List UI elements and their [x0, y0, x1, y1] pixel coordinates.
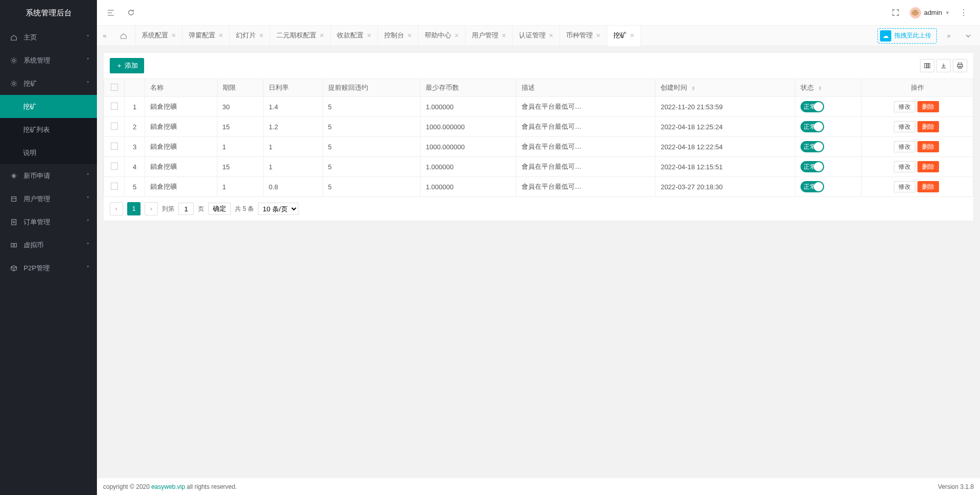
add-button[interactable]: ＋ 添加: [110, 58, 144, 73]
tab[interactable]: 系统配置✕: [135, 26, 183, 46]
th-status[interactable]: 状态 ▲▼: [795, 79, 862, 97]
close-icon[interactable]: ✕: [630, 32, 634, 39]
table-row: 2鎖倉挖礦151.251000.000000會員在平台最低可鎖…2022-04-…: [104, 117, 973, 137]
row-checkbox[interactable]: [111, 123, 118, 130]
tab-label: 控制台: [384, 31, 404, 40]
upload-dropzone[interactable]: ☁ 拖拽至此上传: [877, 28, 937, 44]
sort-icon[interactable]: ▲▼: [818, 86, 822, 91]
tab[interactable]: 用户管理✕: [466, 26, 513, 46]
cell-status: 正常: [795, 117, 862, 137]
cell-rate: 1.2: [264, 117, 323, 137]
status-toggle[interactable]: 正常: [801, 101, 824, 112]
page-size-select[interactable]: 10 条/页: [258, 203, 298, 215]
tab[interactable]: 币种管理✕: [560, 26, 607, 46]
page-next-icon[interactable]: ›: [145, 202, 158, 215]
close-icon[interactable]: ✕: [502, 32, 506, 39]
svg-rect-3: [12, 219, 16, 225]
sidebar-sub-item[interactable]: 挖矿: [0, 95, 97, 118]
tabs-dropdown-icon[interactable]: [961, 33, 976, 39]
sidebar-sub-item[interactable]: 挖矿列表: [0, 118, 97, 141]
home-icon: [10, 34, 18, 41]
tab[interactable]: 认证管理✕: [513, 26, 560, 46]
cell-desc: 會員在平台最低可鎖…: [516, 177, 655, 197]
status-toggle[interactable]: 正常: [801, 181, 824, 192]
th-rate[interactable]: 日利率: [264, 79, 323, 97]
delete-button[interactable]: 删除: [917, 161, 939, 172]
goto-page-input[interactable]: [178, 203, 194, 215]
tab-home[interactable]: [112, 26, 135, 46]
sidebar-item[interactable]: 用户管理˅: [0, 187, 97, 210]
delete-button[interactable]: 删除: [917, 181, 939, 192]
sidebar-sub-item[interactable]: 说明: [0, 141, 97, 164]
user-menu[interactable]: 🐵 admin ▼: [910, 7, 950, 18]
tab-label: 幻灯片: [236, 31, 256, 40]
row-checkbox[interactable]: [111, 163, 118, 170]
goto-confirm-button[interactable]: 确定: [208, 203, 231, 215]
close-icon[interactable]: ✕: [259, 32, 264, 39]
row-checkbox[interactable]: [111, 143, 118, 150]
th-min[interactable]: 最少存币数: [421, 79, 516, 97]
fullscreen-icon[interactable]: [890, 7, 902, 19]
tab[interactable]: 帮助中心✕: [418, 26, 466, 46]
close-icon[interactable]: ✕: [367, 32, 371, 39]
tabs-scroll-left-icon[interactable]: «: [97, 26, 112, 46]
tab-label: 币种管理: [566, 31, 593, 40]
print-icon[interactable]: [953, 59, 967, 72]
sidebar-item[interactable]: 订单管理˅: [0, 210, 97, 233]
close-icon[interactable]: ✕: [319, 32, 324, 39]
sidebar-item[interactable]: 虚拟币˅: [0, 233, 97, 256]
sidebar-item[interactable]: 主页˅: [0, 26, 97, 49]
chevron-down-icon: ˅: [87, 34, 89, 40]
sidebar-item[interactable]: 新币申请˅: [0, 164, 97, 187]
sort-icon[interactable]: ▲▼: [691, 86, 695, 91]
edit-button[interactable]: 修改: [894, 121, 915, 132]
close-icon[interactable]: ✕: [596, 32, 601, 39]
tab[interactable]: 挖矿✕: [607, 26, 641, 46]
cell-name: 鎖倉挖礦: [145, 117, 217, 137]
more-icon[interactable]: ⋮: [957, 7, 970, 19]
edit-button[interactable]: 修改: [894, 141, 915, 152]
footer-link[interactable]: easyweb.vip: [151, 483, 185, 490]
tab[interactable]: 弹窗配置✕: [183, 26, 230, 46]
columns-icon[interactable]: [920, 59, 934, 72]
cell-name: 鎖倉挖礦: [145, 137, 217, 157]
export-icon[interactable]: [936, 59, 951, 72]
refresh-icon[interactable]: [125, 7, 137, 19]
close-icon[interactable]: ✕: [171, 32, 176, 39]
delete-button[interactable]: 删除: [917, 121, 939, 132]
status-toggle[interactable]: 正常: [801, 141, 824, 152]
checkbox-all[interactable]: [111, 84, 118, 91]
th-name[interactable]: 名称: [145, 79, 217, 97]
status-toggle[interactable]: 正常: [801, 161, 824, 172]
main-area: 🐵 admin ▼ ⋮ « 系统配置✕弹窗配置✕幻灯片✕二元期权配置✕收款配置✕…: [97, 0, 980, 495]
edit-button[interactable]: 修改: [894, 101, 915, 112]
close-icon[interactable]: ✕: [454, 32, 459, 39]
th-period[interactable]: 期限: [217, 79, 264, 97]
close-icon[interactable]: ✕: [549, 32, 553, 39]
row-checkbox[interactable]: [111, 183, 118, 190]
edit-button[interactable]: 修改: [894, 181, 915, 192]
th-desc[interactable]: 描述: [516, 79, 655, 97]
tab[interactable]: 二元期权配置✕: [270, 26, 331, 46]
sidebar-item[interactable]: 挖矿˄: [0, 72, 97, 95]
th-created[interactable]: 创建时间 ▲▼: [655, 79, 795, 97]
app-logo: 系统管理后台: [0, 0, 97, 26]
edit-button[interactable]: 修改: [894, 161, 915, 172]
cell-period: 15: [217, 117, 264, 137]
page-prev-icon[interactable]: ‹: [110, 202, 123, 215]
th-penalty[interactable]: 提前赎回违约: [323, 79, 421, 97]
delete-button[interactable]: 删除: [917, 101, 939, 112]
tabs-scroll-right-icon[interactable]: »: [941, 32, 956, 39]
status-toggle[interactable]: 正常: [801, 121, 824, 132]
tab[interactable]: 控制台✕: [378, 26, 418, 46]
row-checkbox[interactable]: [111, 103, 118, 110]
sidebar-item[interactable]: 系统管理˅: [0, 49, 97, 72]
tab[interactable]: 收款配置✕: [331, 26, 378, 46]
page-number[interactable]: 1: [127, 202, 141, 215]
close-icon[interactable]: ✕: [407, 32, 412, 39]
sidebar-item[interactable]: P2P管理˅: [0, 256, 97, 280]
tab[interactable]: 幻灯片✕: [230, 26, 270, 46]
collapse-sidebar-icon[interactable]: [105, 7, 117, 19]
close-icon[interactable]: ✕: [218, 32, 223, 39]
delete-button[interactable]: 删除: [917, 141, 939, 152]
